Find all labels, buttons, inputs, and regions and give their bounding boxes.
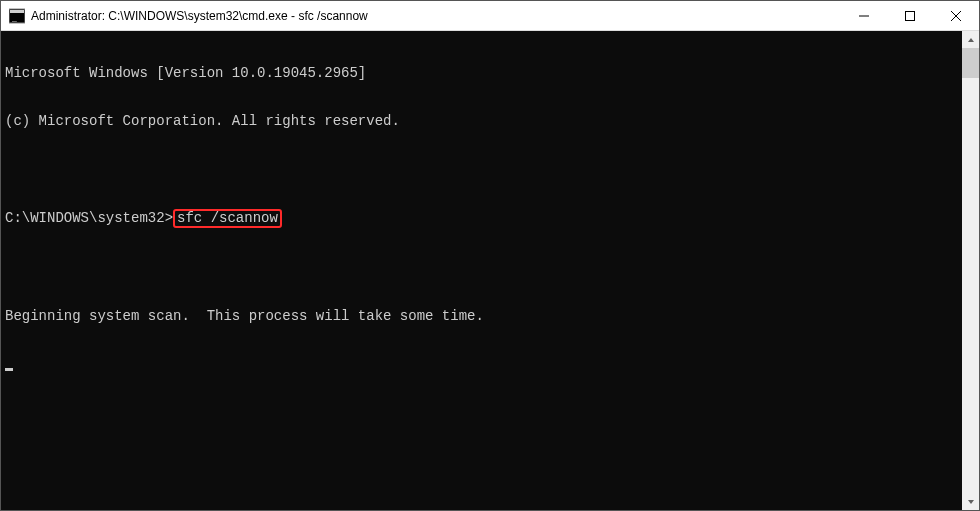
terminal-line: Microsoft Windows [Version 10.0.19045.29… [5,65,958,81]
maximize-button[interactable] [887,1,933,30]
minimize-button[interactable] [841,1,887,30]
svg-marker-8 [968,500,974,504]
window-controls [841,1,979,30]
terminal-blank [5,260,958,276]
titlebar[interactable]: _ Administrator: C:\WINDOWS\system32\cmd… [1,1,979,31]
terminal-output[interactable]: Microsoft Windows [Version 10.0.19045.29… [1,31,962,510]
prompt-text: C:\WINDOWS\system32> [5,210,173,226]
terminal-line: (c) Microsoft Corporation. All rights re… [5,113,958,129]
svg-marker-7 [968,38,974,42]
vertical-scrollbar[interactable] [962,31,979,510]
window-body: Microsoft Windows [Version 10.0.19045.29… [1,31,979,510]
scroll-up-button[interactable] [962,31,979,48]
command-highlight: sfc /scannow [173,209,282,228]
scroll-thumb[interactable] [962,48,979,78]
close-button[interactable] [933,1,979,30]
cursor-icon [5,368,13,371]
terminal-blank [5,161,958,177]
scroll-down-button[interactable] [962,493,979,510]
cmd-icon: _ [9,8,25,24]
svg-rect-4 [906,11,915,20]
terminal-prompt-line: C:\WINDOWS\system32>sfc /scannow [5,209,958,228]
cmd-window: _ Administrator: C:\WINDOWS\system32\cmd… [0,0,980,511]
svg-text:_: _ [12,13,17,22]
terminal-cursor-line [5,356,958,372]
terminal-status: Beginning system scan. This process will… [5,308,958,324]
scroll-track[interactable] [962,48,979,493]
window-title: Administrator: C:\WINDOWS\system32\cmd.e… [31,9,841,23]
